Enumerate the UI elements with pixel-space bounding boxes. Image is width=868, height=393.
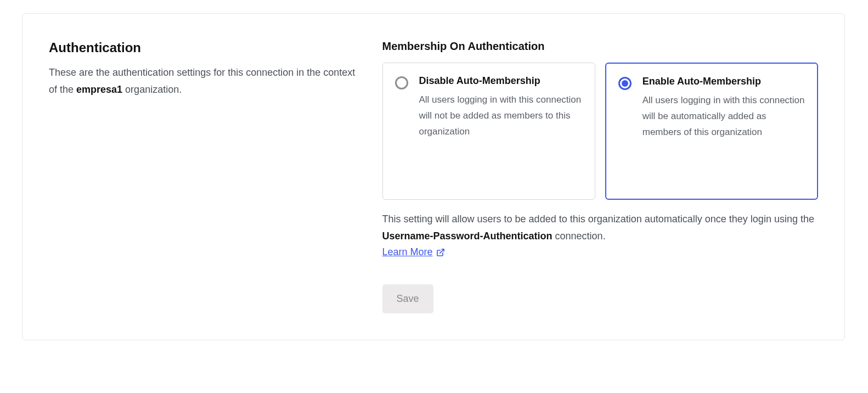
membership-settings: Membership On Authentication Disable Aut…: [382, 40, 819, 313]
membership-options: Disable Auto-Membership All users loggin…: [382, 63, 819, 200]
authentication-description: These are the authentication settings fo…: [49, 64, 360, 98]
external-link-icon: [436, 248, 445, 257]
authentication-summary: Authentication These are the authenticat…: [49, 40, 360, 313]
option-title: Disable Auto-Membership: [419, 75, 583, 87]
option-title: Enable Auto-Membership: [642, 76, 805, 87]
membership-section-title: Membership On Authentication: [382, 40, 819, 53]
option-desc: All users logging in with this connectio…: [419, 92, 583, 140]
auth-desc-post: organization.: [122, 84, 182, 95]
org-name: empresa1: [76, 84, 122, 95]
connection-name: Username-Password-Authentication: [382, 231, 553, 242]
authentication-heading: Authentication: [49, 40, 360, 55]
svg-line-0: [439, 249, 443, 253]
option-desc: All users logging in with this connectio…: [642, 93, 805, 141]
learn-more-link[interactable]: Learn More: [382, 246, 445, 258]
save-row: Save: [382, 284, 819, 313]
radio-icon: [395, 76, 408, 89]
learn-more-label: Learn More: [382, 246, 433, 258]
option-enable-auto-membership[interactable]: Enable Auto-Membership All users logging…: [605, 63, 818, 200]
help-pre: This setting will allow users to be adde…: [382, 214, 814, 224]
membership-help-text: This setting will allow users to be adde…: [382, 211, 819, 244]
help-post: connection.: [553, 231, 606, 242]
save-button[interactable]: Save: [382, 284, 433, 313]
radio-icon: [618, 77, 632, 90]
authentication-panel: Authentication These are the authenticat…: [22, 13, 845, 340]
option-disable-auto-membership[interactable]: Disable Auto-Membership All users loggin…: [382, 63, 595, 200]
